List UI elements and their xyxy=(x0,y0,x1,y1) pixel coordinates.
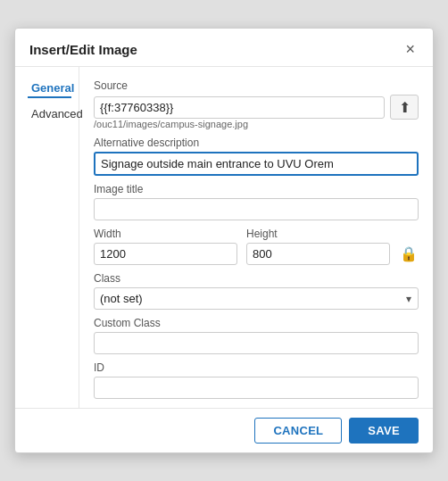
custom-class-input[interactable] xyxy=(94,332,419,354)
class-row: Class (not set) custom1 custom2 ▾ xyxy=(94,272,419,310)
source-input[interactable] xyxy=(94,96,385,119)
lock-icon[interactable]: 🔒 xyxy=(399,244,419,263)
close-button[interactable]: × xyxy=(402,39,419,59)
dialog-footer: CANCEL SAVE xyxy=(15,408,433,452)
alt-description-row: Alternative description xyxy=(94,137,419,176)
wh-row: Width Height 🔒 xyxy=(94,228,419,265)
upload-icon: ⬆ xyxy=(399,99,411,116)
image-title-label: Image title xyxy=(94,183,419,195)
insert-edit-image-dialog: Insert/Edit Image × General Advanced Sou… xyxy=(14,28,434,453)
cancel-button[interactable]: CANCEL xyxy=(254,418,342,444)
form-area: Source ⬆ /ouc11/images/campus-signage.jp… xyxy=(79,67,433,408)
image-title-input[interactable] xyxy=(94,198,419,220)
width-label: Width xyxy=(94,228,237,240)
source-input-row: ⬆ xyxy=(94,95,419,120)
upload-button[interactable]: ⬆ xyxy=(390,95,419,120)
dialog-body: General Advanced Source ⬆ /ouc11/images/… xyxy=(15,67,433,408)
id-input[interactable] xyxy=(94,377,419,399)
id-row: ID xyxy=(94,361,419,399)
width-input[interactable] xyxy=(94,243,237,265)
image-title-row: Image title xyxy=(94,183,419,220)
class-select[interactable]: (not set) custom1 custom2 xyxy=(94,287,419,310)
height-group: Height xyxy=(246,228,390,265)
source-label: Source xyxy=(94,79,419,92)
height-label: Height xyxy=(246,228,390,240)
sidebar-item-general[interactable]: General xyxy=(28,79,71,98)
dialog-title: Insert/Edit Image xyxy=(29,42,137,57)
id-label: ID xyxy=(94,361,419,374)
file-path: /ouc11/images/campus-signage.jpg xyxy=(94,119,419,129)
width-group: Width xyxy=(94,228,237,265)
sidebar: General Advanced xyxy=(15,67,79,408)
custom-class-row: Custom Class xyxy=(94,317,419,354)
dialog-header: Insert/Edit Image × xyxy=(15,29,433,67)
save-button[interactable]: SAVE xyxy=(349,418,419,444)
height-input[interactable] xyxy=(246,243,390,265)
sidebar-item-advanced[interactable]: Advanced xyxy=(28,105,71,122)
class-label: Class xyxy=(94,272,419,285)
class-select-wrapper: (not set) custom1 custom2 ▾ xyxy=(94,287,419,310)
source-row: Source ⬆ /ouc11/images/campus-signage.jp… xyxy=(94,79,419,129)
alt-input[interactable] xyxy=(94,152,419,176)
alt-label: Alternative description xyxy=(94,137,419,149)
custom-class-label: Custom Class xyxy=(94,317,419,329)
